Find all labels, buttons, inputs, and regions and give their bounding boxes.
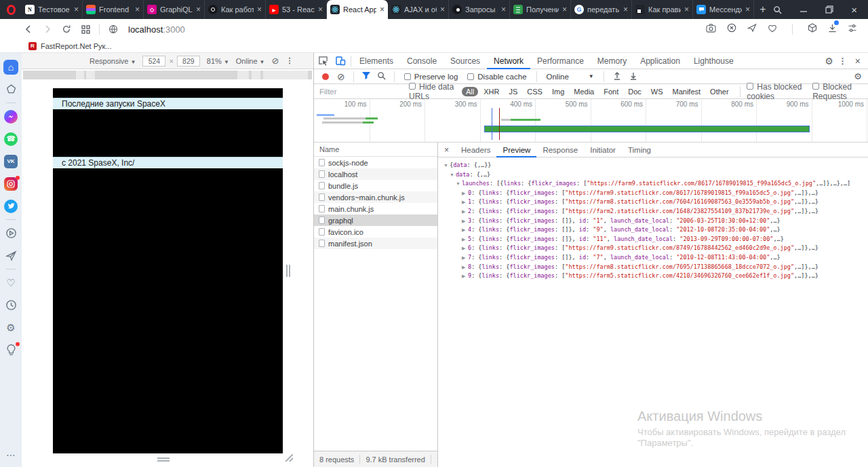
blocked-requests-checkbox[interactable]: Blocked Requests <box>812 82 868 101</box>
search-icon[interactable] <box>773 5 782 14</box>
sidebar-send-icon[interactable] <box>3 248 19 264</box>
network-request-row[interactable]: graphql <box>314 214 437 226</box>
network-settings-gear-icon[interactable]: ⚙ <box>854 71 868 81</box>
devtools-tab-elements[interactable]: Elements <box>353 53 400 69</box>
browser-tab[interactable]: ▶53 - React× <box>266 0 327 19</box>
resource-filter-ws[interactable]: WS <box>647 87 667 96</box>
devtools-settings-gear-icon[interactable]: ⚙ <box>825 56 833 67</box>
media-query-bar[interactable] <box>23 71 312 79</box>
device-more-menu-icon[interactable]: ⋮ <box>285 56 293 65</box>
json-tree-line[interactable]: ▶6: {links: {flickr_images: ["https://fa… <box>441 244 868 253</box>
hide-data-urls-checkbox[interactable]: Hide data URLs <box>409 82 459 101</box>
import-har-icon[interactable] <box>610 71 625 82</box>
sidebar-instagram-icon[interactable] <box>3 176 19 192</box>
sidebar-settings-icon[interactable]: ⚙ <box>3 320 19 336</box>
viewport-resize-handle-bottom[interactable] <box>157 457 170 462</box>
downloads-icon[interactable] <box>828 23 837 35</box>
record-network-log-icon[interactable] <box>322 73 329 80</box>
resource-filter-manifest[interactable]: Manifest <box>669 87 705 96</box>
sidebar-messenger-icon[interactable] <box>3 109 19 125</box>
json-tree-line[interactable]: ▶7: {links: {flickr_images: []}, id: "7"… <box>441 253 868 263</box>
browser-tab[interactable]: AJAX и об× <box>388 0 449 19</box>
expanded-arrow-icon[interactable]: ▼ <box>443 162 450 170</box>
sidebar-whatsapp-icon[interactable]: ☎ <box>3 131 19 147</box>
reload-icon[interactable] <box>57 24 76 34</box>
bookmark-item[interactable]: FastReport.Net Рук... <box>41 42 111 50</box>
detail-tab-preview[interactable]: Preview <box>496 143 536 157</box>
bookmark-heart-icon[interactable] <box>768 23 777 35</box>
expanded-arrow-icon[interactable]: ▼ <box>450 171 456 180</box>
preserve-log-checkbox[interactable]: Preserve log <box>404 73 458 81</box>
json-tree-line[interactable]: ▶9: {links: {flickr_images: ["https://fa… <box>441 272 868 281</box>
detail-tab-headers[interactable]: Headers <box>455 143 496 157</box>
tab-close-icon[interactable]: × <box>623 5 628 14</box>
resource-filter-all[interactable]: All <box>462 87 478 96</box>
tab-close-icon[interactable]: × <box>562 5 567 14</box>
collapsed-arrow-icon[interactable]: ▶ <box>462 198 468 207</box>
throttling-select[interactable]: Online▼ <box>236 57 265 65</box>
expanded-arrow-icon[interactable]: ▼ <box>456 180 462 189</box>
sidebar-history-icon[interactable] <box>3 297 19 314</box>
tab-close-icon[interactable]: × <box>257 5 262 14</box>
zoom-select[interactable]: 81%▼ <box>207 57 229 65</box>
disable-cache-checkbox[interactable]: Disable cache <box>467 73 526 81</box>
tab-close-icon[interactable]: × <box>684 5 689 14</box>
snapshot-camera-icon[interactable] <box>706 23 716 35</box>
site-globe-icon[interactable] <box>104 24 123 34</box>
close-icon[interactable]: × <box>851 4 857 16</box>
close-detail-icon[interactable]: × <box>438 145 455 155</box>
sidebar-heart-icon[interactable]: ♡ <box>3 275 19 291</box>
json-tree-line[interactable]: ▼data: {,…} <box>441 170 868 180</box>
sidebar-pinboard-icon[interactable] <box>3 81 19 98</box>
back-icon[interactable] <box>19 24 38 34</box>
collapsed-arrow-icon[interactable]: ▶ <box>462 244 468 253</box>
browser-tab[interactable]: Как прави× <box>632 0 693 19</box>
devtools-close-icon[interactable]: × <box>852 56 863 67</box>
forward-icon[interactable] <box>38 24 57 34</box>
collapsed-arrow-icon[interactable]: ▶ <box>462 236 468 244</box>
inspect-element-icon[interactable] <box>314 56 332 66</box>
resource-filter-doc[interactable]: Doc <box>624 87 646 96</box>
resource-filter-css[interactable]: CSS <box>523 87 547 96</box>
address-bar[interactable]: localhost:3000 <box>128 24 185 35</box>
network-request-row[interactable]: sockjs-node <box>314 157 437 168</box>
json-tree-line[interactable]: ▶0: {links: {flickr_images: ["https://fa… <box>441 189 868 198</box>
new-tab-button[interactable]: + <box>754 0 772 19</box>
network-request-row[interactable]: favicon.ico <box>314 226 437 238</box>
devtools-more-menu-icon[interactable]: ⋮ <box>836 56 850 66</box>
has-blocked-cookies-checkbox[interactable]: Has blocked cookies <box>747 82 810 101</box>
collapsed-arrow-icon[interactable]: ▶ <box>462 226 468 235</box>
filter-funnel-icon[interactable] <box>359 72 373 81</box>
viewport-resize-handle-right[interactable] <box>286 265 290 277</box>
export-har-icon[interactable] <box>626 71 641 82</box>
tab-close-icon[interactable]: × <box>135 5 140 14</box>
resource-filter-img[interactable]: Img <box>548 87 568 96</box>
browser-tab[interactable]: NТестовое× <box>22 0 83 19</box>
tab-close-icon[interactable]: × <box>380 5 384 14</box>
network-request-row[interactable]: bundle.js <box>314 180 437 191</box>
collapsed-arrow-icon[interactable]: ▶ <box>462 217 468 226</box>
detail-tab-response[interactable]: Response <box>536 143 584 157</box>
opera-logo-icon[interactable] <box>0 0 22 19</box>
sidebar-vk-icon[interactable]: VK <box>3 153 19 170</box>
devtools-tab-lighthouse[interactable]: Lighthouse <box>687 53 741 69</box>
resource-filter-media[interactable]: Media <box>570 87 598 96</box>
json-tree-line[interactable]: ▶5: {links: {flickr_images: []}, id: "11… <box>441 235 868 244</box>
devtools-tab-application[interactable]: Application <box>633 53 687 69</box>
extension-cube-icon[interactable] <box>808 23 817 35</box>
browser-tab[interactable]: Получени× <box>510 0 571 19</box>
sidebar-ideas-icon[interactable] <box>3 342 19 358</box>
browser-tab[interactable]: React App× <box>327 0 388 19</box>
tab-close-icon[interactable]: × <box>74 5 79 14</box>
device-mode-select[interactable]: Responsive▼ <box>90 57 136 65</box>
resource-filter-js[interactable]: JS <box>505 87 521 96</box>
json-tree-line[interactable]: ▼{data: {,…}} <box>441 161 868 170</box>
network-overview-timeline[interactable]: 100 ms200 ms300 ms400 ms500 ms600 ms700 … <box>314 99 868 143</box>
network-request-row[interactable]: vendors~main.chunk.js <box>314 191 437 203</box>
collapsed-arrow-icon[interactable]: ▶ <box>462 263 468 272</box>
json-tree-line[interactable]: ▶3: {links: {flickr_images: []}, id: "1"… <box>441 217 868 226</box>
collapsed-arrow-icon[interactable]: ▶ <box>462 189 468 198</box>
tab-close-icon[interactable]: × <box>318 5 323 14</box>
resource-filter-other[interactable]: Other <box>706 87 733 96</box>
no-throttle-icon[interactable]: ⊘ <box>272 56 279 66</box>
